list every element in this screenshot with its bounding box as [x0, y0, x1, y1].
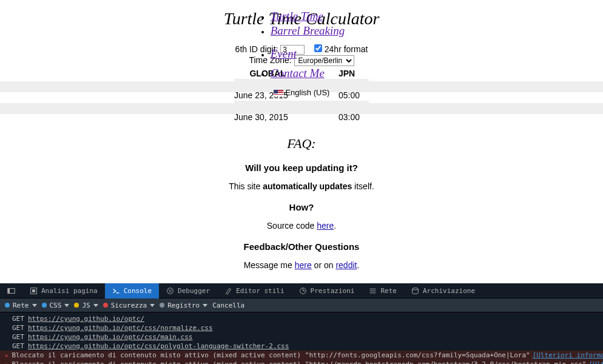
performance-icon	[299, 287, 307, 295]
console-error-msg: Bloccato il caricamento di contenuto mis…	[12, 360, 586, 364]
clear-button[interactable]: Cancella	[212, 302, 244, 309]
nav-turtle-time[interactable]: Turtle Time	[271, 10, 323, 22]
console-output: GEThttps://cyung.github.io/optc/ GEThttp…	[0, 312, 603, 364]
language-selector[interactable]: English (US)	[0, 87, 603, 97]
console-filter-bar: Rete CSS JS Sicurezza Registro Cancella	[0, 298, 603, 312]
console-error-line: ✕Bloccato il caricamento di contenuto mi…	[0, 351, 603, 360]
more-info-link[interactable]: [Ulteriori informazioni]	[533, 351, 603, 359]
tab-style-editor-label: Editor stili	[236, 287, 284, 295]
console-error-msg: Bloccato il caricamento di contenuto mis…	[12, 351, 530, 359]
filter-net-label: Rete	[13, 302, 29, 309]
faq-q2: How?	[0, 202, 603, 212]
get-label: GET	[12, 342, 24, 350]
debugger-icon	[166, 287, 174, 295]
faq-a2: Source code here.	[0, 221, 603, 231]
svg-rect-1	[8, 288, 10, 293]
console-url[interactable]: https://cyung.github.io/optc/css/main.cs…	[28, 333, 193, 341]
language-label: English (US)	[285, 88, 329, 97]
dot-icon	[42, 303, 47, 308]
get-label: GET	[12, 333, 24, 341]
devtools-panel: Analisi pagina Console Debugger Editor s…	[0, 283, 603, 364]
nav-contact-me[interactable]: Contact Me	[271, 67, 325, 79]
dot-icon	[160, 303, 164, 308]
console-url[interactable]: https://cyung.github.io/optc/css/polyglo…	[28, 342, 289, 350]
chevron-down-icon	[203, 304, 207, 307]
nav-event[interactable]: Event	[271, 47, 297, 60]
faq-a1-post: itself.	[352, 181, 374, 191]
clear-label: Cancella	[212, 302, 244, 309]
tab-network[interactable]: Rete	[362, 283, 404, 298]
network-icon	[369, 287, 377, 295]
filter-net[interactable]: Rete	[5, 302, 37, 309]
tab-network-label: Rete	[380, 287, 397, 295]
console-line: GEThttps://cyung.github.io/optc/css/norm…	[0, 323, 603, 332]
chevron-down-icon	[150, 304, 155, 307]
reddit-link[interactable]: reddit	[335, 260, 357, 270]
devtools-toolbar: Analisi pagina Console Debugger Editor s…	[0, 283, 603, 298]
console-url[interactable]: https://cyung.github.io/optc/	[28, 315, 144, 323]
faq-q1: Will you keep updating it?	[0, 163, 603, 173]
dot-icon	[103, 303, 108, 308]
filter-logging-label: Registro	[167, 302, 200, 309]
console-line: GEThttps://cyung.github.io/optc/css/main…	[0, 332, 603, 342]
chevron-down-icon	[32, 304, 37, 307]
source-code-link[interactable]: here	[317, 221, 334, 231]
get-label: GET	[12, 324, 24, 332]
tab-storage-label: Archiviazione	[423, 287, 475, 295]
tab-inspector[interactable]: Analisi pagina	[22, 283, 105, 298]
svg-point-14	[413, 288, 419, 289]
more-info-link[interactable]: [Ulteriori informazioni]	[588, 360, 603, 364]
faq-a3-pre: Message me	[244, 260, 295, 270]
filter-js-label: JS	[82, 302, 90, 309]
console-url[interactable]: https://cyung.github.io/optc/css/normali…	[28, 324, 213, 332]
filter-security-label: Sicurezza	[111, 302, 147, 309]
console-icon	[112, 287, 120, 295]
dot-icon	[74, 303, 79, 308]
console-line: GEThttps://cyung.github.io/optc/css/poly…	[0, 342, 603, 351]
faq-heading: FAQ:	[0, 136, 603, 152]
tab-debugger[interactable]: Debugger	[159, 283, 217, 298]
filter-logging[interactable]: Registro	[160, 302, 207, 309]
faq-a1: This site automatically updates itself.	[0, 181, 603, 191]
faq-a1-bold: automatically updates	[263, 181, 352, 191]
filter-security[interactable]: Sicurezza	[103, 302, 155, 309]
faq-a3: Message me here or on reddit.	[0, 260, 603, 270]
dot-icon	[5, 303, 10, 308]
faq-q3: Feedback/Other Questions	[0, 241, 603, 252]
devtools-side-toggle[interactable]	[0, 283, 22, 298]
faq-a3-post: .	[357, 260, 359, 270]
us-flag-icon	[274, 90, 283, 96]
console-line: GEThttps://cyung.github.io/optc/	[0, 314, 603, 323]
filter-css[interactable]: CSS	[42, 302, 70, 309]
tab-console-label: Console	[124, 287, 152, 295]
style-editor-icon	[224, 287, 232, 295]
get-label: GET	[12, 315, 24, 323]
faq-a3-mid: or on	[312, 260, 336, 270]
inspector-icon	[30, 287, 38, 295]
console-error-line: ✕Bloccato il caricamento di contenuto mi…	[0, 360, 603, 364]
panel-icon	[7, 287, 15, 295]
tab-performance-label: Prestazioni	[311, 287, 355, 295]
tab-storage[interactable]: Archiviazione	[404, 283, 482, 298]
error-x-icon: ✕	[5, 362, 8, 365]
tab-debugger-label: Debugger	[178, 287, 210, 295]
tab-performance[interactable]: Prestazioni	[292, 283, 362, 298]
storage-icon	[411, 287, 419, 295]
filter-js[interactable]: JS	[74, 302, 98, 309]
tab-inspector-label: Analisi pagina	[41, 287, 98, 295]
chevron-down-icon	[93, 304, 98, 307]
faq-a2-pre: Source code	[267, 221, 317, 231]
chevron-down-icon	[64, 304, 69, 307]
nav-overlay: Turtle Time Barrel Breaking Event Contac…	[0, 8, 603, 97]
faq-a1-pre: This site	[229, 181, 263, 191]
message-here-link[interactable]: here	[295, 260, 312, 270]
nav-barrel-breaking[interactable]: Barrel Breaking	[271, 24, 345, 37]
faq-a2-post: .	[334, 221, 336, 231]
filter-css-label: CSS	[50, 302, 62, 309]
tab-style-editor[interactable]: Editor stili	[217, 283, 291, 298]
error-x-icon: ✕	[5, 352, 8, 359]
svg-rect-3	[32, 289, 35, 292]
tab-console[interactable]: Console	[105, 283, 159, 298]
